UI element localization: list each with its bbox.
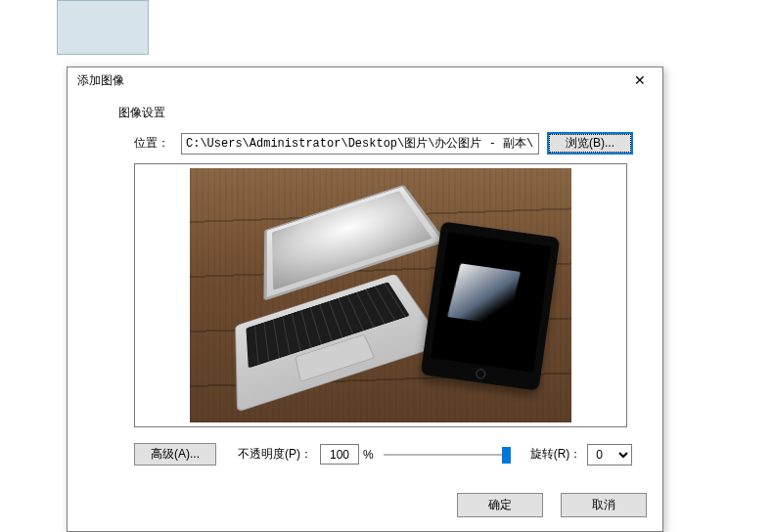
titlebar: 添加图像 ✕ [68,67,662,93]
browse-button[interactable]: 浏览(B)... [547,132,633,155]
opacity-input[interactable] [320,444,359,465]
add-image-dialog: 添加图像 ✕ 图像设置 位置： 浏览(B)... [67,66,663,532]
opacity-label: 不透明度(P)： [238,446,312,463]
ok-button[interactable]: 确定 [457,493,543,517]
image-preview-frame [134,163,627,427]
preview-tablet-graphic [421,221,561,390]
section-label: 图像设置 [118,105,165,121]
slider-track [384,454,511,456]
slider-thumb[interactable] [502,447,511,464]
location-row: 位置： 浏览(B)... [134,132,633,155]
location-input[interactable] [181,133,539,155]
dialog-footer: 确定 取消 [457,493,647,517]
preview-laptop-graphic [194,169,459,421]
cancel-button[interactable]: 取消 [561,493,647,517]
rotate-label: 旋转(R)： [530,446,582,463]
close-icon: ✕ [634,73,646,87]
opacity-slider[interactable] [384,446,511,464]
location-label: 位置： [134,135,173,152]
image-preview [190,168,571,422]
bottom-controls-row: 高级(A)... 不透明度(P)： % 旋转(R)： 0 [134,443,633,466]
advanced-button[interactable]: 高级(A)... [134,443,216,466]
percent-label: % [363,448,374,462]
close-button[interactable]: ✕ [625,70,655,90]
background-selection-box [57,0,149,55]
rotate-select[interactable]: 0 [587,444,632,466]
dialog-title: 添加图像 [77,72,124,89]
